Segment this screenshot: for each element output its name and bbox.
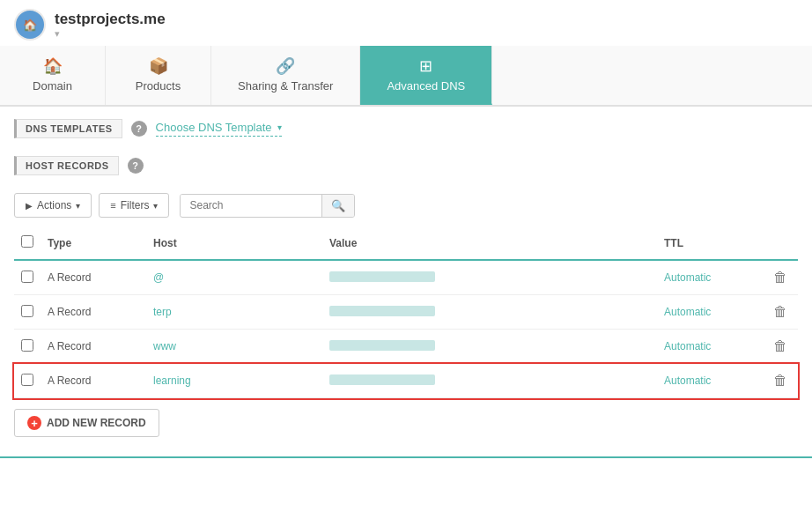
row1-type: A Record xyxy=(41,260,146,295)
select-all-checkbox[interactable] xyxy=(21,235,33,248)
row4-checkbox-cell xyxy=(14,364,41,398)
filters-button[interactable]: ≡ Filters ▾ xyxy=(99,193,169,218)
host-records-label: HOST RECORDS xyxy=(14,156,119,175)
row3-type: A Record xyxy=(41,330,146,364)
search-box: 🔍 xyxy=(180,194,355,218)
table-row: A Record www Automatic 🗑 xyxy=(14,330,798,364)
plus-icon: + xyxy=(27,416,41,430)
host-records-text: HOST RECORDS xyxy=(26,160,109,171)
logo: 🏠 xyxy=(14,9,46,41)
dns-template-dropdown[interactable]: Choose DNS Template ▾ xyxy=(156,121,282,137)
row1-ttl: Automatic xyxy=(657,260,763,295)
tab-sharing-label: Sharing & Transfer xyxy=(238,79,333,93)
row3-value xyxy=(322,330,657,364)
row4-delete-button[interactable]: 🗑 xyxy=(770,373,791,389)
row3-action: 🗑 xyxy=(763,330,798,364)
row1-checkbox[interactable] xyxy=(21,271,33,283)
products-icon: 📦 xyxy=(149,56,168,76)
add-new-record-label: ADD NEW RECORD xyxy=(47,417,146,429)
footer-divider xyxy=(0,456,812,458)
table-row-highlighted: A Record learning Automatic 🗑 xyxy=(14,364,798,398)
table-row: A Record terp Automatic 🗑 xyxy=(14,295,798,330)
row1-checkbox-cell xyxy=(14,260,41,295)
row1-value xyxy=(322,260,657,295)
tab-products-label: Products xyxy=(136,79,181,93)
tab-domain-label: Domain xyxy=(33,79,72,93)
dns-template-choose-label: Choose DNS Template xyxy=(156,121,272,134)
table-row: A Record @ Automatic 🗑 xyxy=(14,260,798,295)
row3-checkbox-cell xyxy=(14,330,41,364)
tab-advanced-dns-label: Advanced DNS xyxy=(387,79,465,93)
row2-type: A Record xyxy=(41,295,146,330)
search-input[interactable] xyxy=(181,195,321,216)
host-records-help-icon[interactable]: ? xyxy=(128,158,144,174)
dns-templates-text: DNS TEMPLATES xyxy=(26,123,113,134)
filters-label: Filters xyxy=(121,199,150,211)
filter-icon: ≡ xyxy=(110,200,115,211)
col-action-header xyxy=(763,226,798,260)
table-header-row: Type Host Value TTL xyxy=(14,226,798,260)
row2-checkbox-cell xyxy=(14,295,41,330)
row2-ttl: Automatic xyxy=(657,295,763,330)
row3-host: www xyxy=(146,330,322,364)
sharing-icon: 🔗 xyxy=(276,56,295,76)
row3-delete-button[interactable]: 🗑 xyxy=(770,338,791,354)
dns-templates-label: DNS TEMPLATES xyxy=(14,119,122,138)
row4-value xyxy=(322,364,657,398)
tab-domain[interactable]: 🏠 Domain xyxy=(0,46,106,105)
dns-records-table: Type Host Value TTL A Record @ Automatic… xyxy=(0,226,812,398)
play-icon: ▶ xyxy=(26,201,33,211)
row1-action: 🗑 xyxy=(763,260,798,295)
row4-host: learning xyxy=(146,364,322,398)
row2-delete-button[interactable]: 🗑 xyxy=(770,304,791,320)
row3-checkbox[interactable] xyxy=(21,339,33,352)
tab-sharing-transfer[interactable]: 🔗 Sharing & Transfer xyxy=(211,46,360,105)
col-value-header: Value xyxy=(322,226,657,260)
dns-template-arrow-icon: ▾ xyxy=(277,122,282,132)
row2-action: 🗑 xyxy=(763,295,798,330)
toolbar: ▶ Actions ▾ ≡ Filters ▾ 🔍 xyxy=(0,184,812,226)
filters-arrow-icon: ▾ xyxy=(153,201,158,211)
col-ttl-header: TTL xyxy=(657,226,763,260)
actions-label: Actions xyxy=(37,199,71,211)
actions-button[interactable]: ▶ Actions ▾ xyxy=(14,193,92,218)
add-record-section: + ADD NEW RECORD xyxy=(0,398,812,448)
dns-templates-help-icon[interactable]: ? xyxy=(131,121,147,137)
host-records-section: HOST RECORDS ? xyxy=(0,151,812,184)
row1-host: @ xyxy=(146,260,322,295)
row4-action: 🗑 xyxy=(763,364,798,398)
col-type-header: Type xyxy=(41,226,146,260)
dropdown-arrow[interactable]: ▾ xyxy=(55,28,166,40)
row2-checkbox[interactable] xyxy=(21,305,33,317)
tab-advanced-dns[interactable]: ⊞ Advanced DNS xyxy=(360,46,492,105)
col-checkbox xyxy=(14,226,41,260)
row3-ttl: Automatic xyxy=(657,330,763,364)
tab-products[interactable]: 📦 Products xyxy=(106,46,211,105)
actions-arrow-icon: ▾ xyxy=(76,201,80,211)
col-host-header: Host xyxy=(146,226,322,260)
advanced-dns-icon: ⊞ xyxy=(419,56,432,76)
row2-host: terp xyxy=(146,295,322,330)
dns-templates-section: DNS TEMPLATES ? Choose DNS Template ▾ xyxy=(0,107,812,151)
search-button[interactable]: 🔍 xyxy=(321,195,354,217)
add-new-record-button[interactable]: + ADD NEW RECORD xyxy=(14,409,159,437)
row4-ttl: Automatic xyxy=(657,364,763,398)
domain-name: testprojects.me xyxy=(55,11,166,28)
row4-checkbox[interactable] xyxy=(21,374,33,386)
tabs-bar: 🏠 Domain 📦 Products 🔗 Sharing & Transfer… xyxy=(0,46,812,107)
row4-type: A Record xyxy=(41,364,146,398)
row2-value xyxy=(322,295,657,330)
row1-delete-button[interactable]: 🗑 xyxy=(770,270,791,285)
header: 🏠 testprojects.me ▾ xyxy=(0,0,812,46)
domain-icon: 🏠 xyxy=(43,56,63,76)
